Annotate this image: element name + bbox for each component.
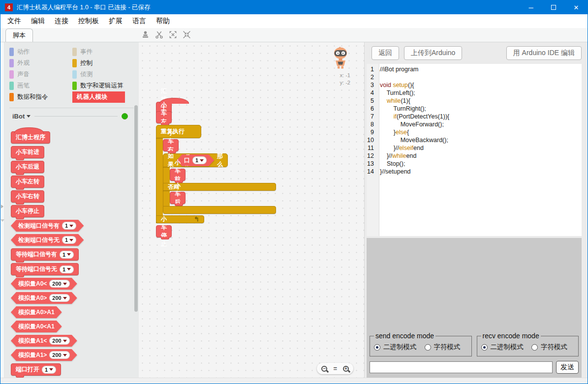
value-dropdown[interactable]: 1 xyxy=(62,222,76,230)
close-button[interactable]: ✕ xyxy=(565,0,588,14)
menu-item-4[interactable]: 控制板 xyxy=(73,14,104,28)
duplicate-stamp-icon[interactable] xyxy=(141,30,150,39)
menu-item-2[interactable]: 编辑 xyxy=(26,14,50,28)
menu-item-1[interactable]: 文件 xyxy=(2,14,26,28)
loop-arrow-icon: ↰ xyxy=(194,217,199,222)
line-number: 7 xyxy=(367,113,376,120)
recv-char-radio[interactable]: 字符模式 xyxy=(531,343,567,352)
category-item-1[interactable]: 动作 xyxy=(9,46,72,58)
value-dropdown[interactable]: 1 xyxy=(60,251,74,259)
script-block-turn-left[interactable]: 小车左转 xyxy=(156,111,172,123)
value-dropdown[interactable]: 200 xyxy=(49,351,69,359)
maximize-button[interactable] xyxy=(542,0,565,14)
palette-block[interactable]: 端口打开1 xyxy=(11,363,61,376)
script-condition-block[interactable]: 检测端口信号有 1 xyxy=(177,154,214,166)
category-color-swatch xyxy=(72,59,77,67)
palette-block[interactable]: 检测端口信号有1 xyxy=(11,220,84,232)
palette-block[interactable]: 等待端口信号无1 xyxy=(11,263,79,275)
shrink-icon[interactable] xyxy=(183,30,191,39)
category-item-5[interactable]: 数据和指令 xyxy=(9,91,72,103)
palette-block[interactable]: 小车前进 xyxy=(11,146,44,158)
palette-block[interactable]: 汇博士程序 xyxy=(11,131,50,144)
menu-item-7[interactable]: 帮助 xyxy=(151,14,175,28)
category-item-9[interactable]: 数字和逻辑运算 xyxy=(72,80,138,91)
back-button[interactable]: 返回 xyxy=(371,46,399,60)
dropdown-value: 1 xyxy=(62,266,65,272)
send-binary-radio[interactable]: 二进制模式 xyxy=(374,343,417,352)
palette-block[interactable]: 小车停止 xyxy=(11,205,44,217)
script-block-if[interactable]: 如果 检测端口信号有 1 那么 xyxy=(163,153,228,167)
recv-binary-radio[interactable]: 二进制模式 xyxy=(481,343,524,352)
chevron-down-icon[interactable] xyxy=(27,115,31,119)
category-item-3[interactable]: 声音 xyxy=(9,69,72,80)
category-color-swatch xyxy=(72,48,77,56)
robot-sprite[interactable] xyxy=(331,63,350,71)
value-dropdown[interactable]: 1 xyxy=(42,366,56,374)
splitter-scroll-icon[interactable] xyxy=(0,219,4,224)
code-line: 1//iBot program xyxy=(367,65,582,73)
palette-block[interactable]: 小车左转 xyxy=(11,176,44,188)
if-block-bottom-bar[interactable] xyxy=(163,206,276,214)
category-item-6[interactable]: 事件 xyxy=(72,46,138,58)
line-number: 9 xyxy=(367,128,376,136)
device-name[interactable]: iBot xyxy=(12,113,25,120)
palette-block[interactable]: 模拟量A0<200 xyxy=(11,278,77,290)
palette-block[interactable]: 小车后退 xyxy=(11,161,44,173)
grow-icon[interactable] xyxy=(169,30,177,39)
code-line: 3void setup(){ xyxy=(367,81,582,89)
script-block-forward[interactable]: 小车前进 xyxy=(170,169,186,181)
generated-code-view[interactable]: 1//iBot program23void setup(){4 TurnLeft… xyxy=(367,64,582,236)
code-text: TurnLeft(); xyxy=(376,89,415,97)
send-button[interactable]: 发送 xyxy=(556,361,579,374)
edit-in-ide-button[interactable]: 用 Arduino IDE 编辑 xyxy=(506,46,582,60)
menu-item-3[interactable]: 连接 xyxy=(50,14,73,28)
menu-item-6[interactable]: 语言 xyxy=(127,14,151,28)
value-dropdown[interactable]: 1 xyxy=(60,266,74,273)
code-text: void setup(){ xyxy=(376,81,414,89)
category-item-4[interactable]: 画笔 xyxy=(9,80,72,91)
palette-block[interactable]: 等待端口信号有1 xyxy=(11,248,79,261)
upload-arduino-button[interactable]: 上传到Arduino xyxy=(404,46,462,60)
value-dropdown[interactable]: 200 xyxy=(49,337,69,345)
zoom-out-button[interactable]: − xyxy=(321,366,327,372)
palette-block[interactable]: 模拟量A0>A1 xyxy=(11,306,62,318)
palette-block[interactable]: 模拟量A1<200 xyxy=(11,335,77,347)
value-dropdown[interactable]: 1 xyxy=(62,236,76,244)
palette-block[interactable]: 检测端口信号无1 xyxy=(11,234,84,246)
tab-script[interactable]: 脚本 xyxy=(5,29,33,42)
palette-block[interactable]: 模拟量A0<A1 xyxy=(11,321,62,332)
category-item-2[interactable]: 外观 xyxy=(9,58,72,69)
code-text: }//elseifend xyxy=(376,144,424,152)
cut-scissors-icon[interactable] xyxy=(155,30,163,39)
value-dropdown[interactable]: 200 xyxy=(49,294,69,302)
line-number: 14 xyxy=(367,168,376,176)
code-text: MoveBackward(); xyxy=(376,136,448,144)
left-splitter[interactable] xyxy=(0,42,4,378)
category-color-swatch xyxy=(72,70,77,79)
port-dropdown[interactable]: 1 xyxy=(192,156,207,164)
script-block-repeat[interactable]: 重复执行 xyxy=(156,125,201,138)
menu-item-5[interactable]: 扩展 xyxy=(104,14,127,28)
repeat-block-spine[interactable] xyxy=(156,138,163,223)
radio-label: 字符模式 xyxy=(434,343,461,352)
serial-send-input[interactable] xyxy=(370,361,553,373)
send-char-radio[interactable]: 字符模式 xyxy=(425,343,461,352)
script-block-backward[interactable]: 小车后退 xyxy=(170,192,186,204)
script-block-turn-right[interactable]: 小车右转 xyxy=(163,139,179,151)
zoom-reset-button[interactable]: = xyxy=(333,365,337,372)
value-dropdown[interactable]: 200 xyxy=(49,280,69,288)
script-block-stop[interactable]: 小车停止 xyxy=(156,225,172,237)
category-item-7[interactable]: 控制 xyxy=(72,58,138,69)
palette-block[interactable]: 模拟量A1>200 xyxy=(11,349,77,361)
code-text: if(PortDetectYes(1)){ xyxy=(376,113,449,120)
palette-scrollbar[interactable] xyxy=(134,105,138,312)
script-canvas[interactable]: x: -1 y: -2 汇博士程序 小车左转 重复执行 小车右转 如果 检测端口… xyxy=(139,42,365,378)
radio-icon xyxy=(425,344,431,351)
minimize-button[interactable]: ─ xyxy=(520,0,542,14)
palette-block[interactable]: 小车右转 xyxy=(11,190,44,203)
zoom-in-button[interactable]: + xyxy=(343,366,349,372)
palette-block[interactable]: 模拟量A0>200 xyxy=(11,292,77,304)
category-item-8[interactable]: 侦测 xyxy=(72,69,138,80)
block-label: 模拟量A0>A1 xyxy=(18,308,55,317)
category-item-10[interactable]: 机器人模块 xyxy=(72,91,125,103)
